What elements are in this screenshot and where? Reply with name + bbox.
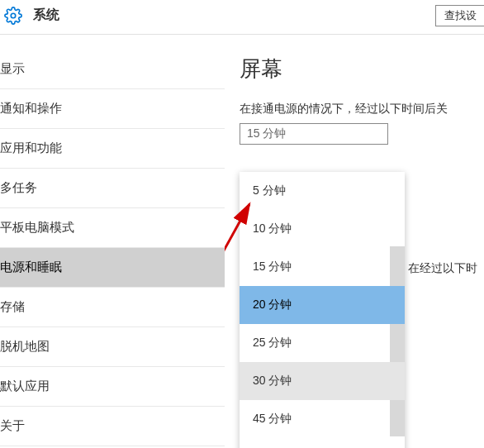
sidebar-item-label: 默认应用 bbox=[0, 379, 50, 393]
sidebar-item[interactable]: 平板电脑模式 bbox=[0, 208, 225, 248]
page-title: 系统 bbox=[33, 7, 59, 24]
dropdown-item[interactable]: 5 分钟 bbox=[240, 172, 405, 210]
sidebar-item-label: 多任务 bbox=[0, 180, 37, 194]
sidebar-item-label: 电源和睡眠 bbox=[0, 260, 62, 274]
sidebar-item-label: 关于 bbox=[0, 418, 25, 432]
dropdown-item-label: 15 分钟 bbox=[253, 260, 292, 273]
select-value: 15 分钟 bbox=[247, 126, 286, 141]
sidebar-item-label: 通知和操作 bbox=[0, 101, 62, 115]
sidebar-item[interactable]: 存储 bbox=[0, 288, 225, 327]
section-title: 屏幕 bbox=[240, 55, 484, 83]
dropdown-item[interactable]: 15 分钟 bbox=[240, 248, 405, 286]
sidebar-item-label: 应用和功能 bbox=[0, 141, 62, 155]
sidebar-item[interactable]: 电源和睡眠 bbox=[0, 248, 225, 288]
sidebar-item-label: 显示 bbox=[0, 61, 25, 75]
search-label: 查找设 bbox=[444, 9, 477, 21]
sidebar-item[interactable]: 默认应用 bbox=[0, 367, 225, 407]
dropdown-item-label: 20 分钟 bbox=[253, 298, 292, 311]
section-desc: 在接通电源的情况下，经过以下时间后关 bbox=[240, 102, 484, 117]
dropdown-item-label: 10 分钟 bbox=[253, 222, 292, 235]
header-left: 系统 bbox=[3, 6, 59, 26]
side-text: 在经过以下时 bbox=[408, 261, 477, 276]
sidebar-item[interactable]: 脱机地图 bbox=[0, 327, 225, 367]
sidebar-item-label: 平板电脑模式 bbox=[0, 220, 74, 234]
svg-point-0 bbox=[11, 13, 16, 18]
time-select[interactable]: 15 分钟 bbox=[240, 123, 388, 145]
time-dropdown: 5 分钟10 分钟15 分钟20 分钟25 分钟30 分钟45 分钟1 小时2 … bbox=[240, 172, 405, 448]
header: 系统 查找设 bbox=[0, 0, 484, 35]
sidebar-item[interactable]: 多任务 bbox=[0, 169, 225, 208]
sidebar-item[interactable]: 显示 bbox=[0, 50, 225, 89]
dropdown-item-label: 5 分钟 bbox=[253, 183, 286, 197]
dropdown-item[interactable]: 10 分钟 bbox=[240, 210, 405, 248]
search-button[interactable]: 查找设 bbox=[435, 5, 484, 26]
layout: 显示通知和操作应用和功能多任务平板电脑模式电源和睡眠存储脱机地图默认应用关于 屏… bbox=[0, 35, 484, 448]
sidebar-item[interactable]: 关于 bbox=[0, 407, 225, 446]
gear-icon bbox=[3, 6, 23, 26]
dropdown-item-label: 30 分钟 bbox=[253, 374, 292, 387]
dropdown-item[interactable]: 1 小时 bbox=[240, 438, 405, 448]
dropdown-item[interactable]: 30 分钟 bbox=[240, 362, 405, 400]
sidebar-item[interactable]: 应用和功能 bbox=[0, 129, 225, 169]
dropdown-item[interactable]: 25 分钟 bbox=[240, 324, 405, 362]
sidebar: 显示通知和操作应用和功能多任务平板电脑模式电源和睡眠存储脱机地图默认应用关于 bbox=[0, 35, 225, 448]
sidebar-item[interactable]: 通知和操作 bbox=[0, 89, 225, 129]
dropdown-item-label: 45 分钟 bbox=[253, 412, 292, 425]
dropdown-item-label: 25 分钟 bbox=[253, 336, 292, 349]
sidebar-item-label: 脱机地图 bbox=[0, 339, 50, 353]
sidebar-item-label: 存储 bbox=[0, 299, 25, 313]
dropdown-item[interactable]: 45 分钟 bbox=[240, 400, 405, 438]
dropdown-item[interactable]: 20 分钟 bbox=[240, 286, 405, 324]
main-panel: 屏幕 在接通电源的情况下，经过以下时间后关 15 分钟 5 分钟10 分钟15 … bbox=[225, 35, 484, 448]
